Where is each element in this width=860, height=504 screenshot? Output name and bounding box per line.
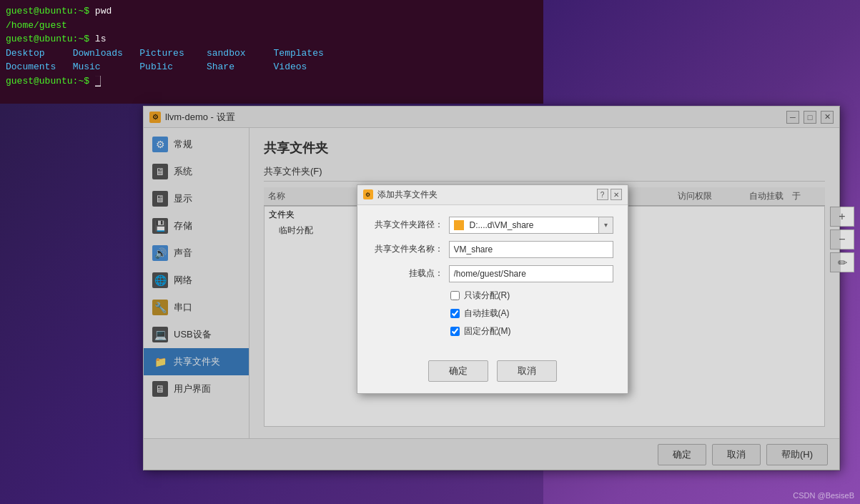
terminal: guest@ubuntu:~$ pwd /home/guest guest@ub… xyxy=(0,0,543,104)
dialog-body: 共享文件夹路径： D:....d\VM_share ▾ 共享文件夹名称： xyxy=(357,205,628,355)
mount-label: 挂载点： xyxy=(372,267,443,280)
fixed-row: 固定分配(M) xyxy=(372,325,613,337)
terminal-dir-videos: Videos xyxy=(274,61,307,72)
automount-checkbox[interactable] xyxy=(450,309,460,318)
dialog-overlay: ⚙ 添加共享文件夹 ? ✕ 共享文件夹路径： D:....d\VM_share … xyxy=(144,107,841,471)
dialog-title-icon: ⚙ xyxy=(363,189,373,199)
path-row: 共享文件夹路径： D:....d\VM_share ▾ xyxy=(372,217,613,234)
fixed-label: 固定分配(M) xyxy=(464,325,511,337)
terminal-dir-share: Share xyxy=(207,61,268,72)
terminal-dir-music: Music xyxy=(73,61,134,72)
path-dropdown-arrow[interactable]: ▾ xyxy=(598,217,613,233)
terminal-cmd2: ls xyxy=(95,34,107,44)
automount-label: 自动挂载(A) xyxy=(464,307,510,320)
dialog-cancel-button[interactable]: 取消 xyxy=(497,360,557,382)
terminal-dir-downloads: Downloads xyxy=(73,48,134,59)
readonly-checkbox[interactable] xyxy=(450,291,460,300)
terminal-cmd1: pwd xyxy=(95,6,112,16)
terminal-dir-documents: Documents xyxy=(6,61,67,72)
terminal-dir-sandbox: sandbox xyxy=(207,48,268,59)
readonly-label: 只读分配(R) xyxy=(464,290,510,302)
folder-icon xyxy=(454,220,464,230)
terminal-dir-desktop: Desktop xyxy=(6,48,67,59)
vm-settings-window: ⚙ llvm-demo - 设置 ─ □ ✕ ⚙ 常规 🖥 系统 🖥 显示 💾 xyxy=(143,106,840,470)
add-shared-folder-dialog: ⚙ 添加共享文件夹 ? ✕ 共享文件夹路径： D:....d\VM_share … xyxy=(357,184,628,394)
terminal-prompt1: guest@ubuntu:~$ xyxy=(6,6,95,16)
terminal-dir-pictures: Pictures xyxy=(139,48,201,59)
terminal-prompt2: guest@ubuntu:~$ xyxy=(6,34,95,44)
path-value: D:....d\VM_share xyxy=(470,220,534,230)
path-label: 共享文件夹路径： xyxy=(372,219,443,231)
path-combo-text: D:....d\VM_share xyxy=(450,220,598,230)
csdn-watermark: CSDN @BesiseB xyxy=(793,491,854,500)
dialog-close-btn[interactable]: ✕ xyxy=(611,189,622,200)
mount-row: 挂载点： xyxy=(372,265,613,282)
path-combo[interactable]: D:....d\VM_share ▾ xyxy=(449,217,613,234)
dialog-help-btn[interactable]: ? xyxy=(597,189,608,200)
terminal-dir-public: Public xyxy=(139,61,201,72)
dialog-footer: 确定 取消 xyxy=(357,355,628,393)
terminal-prompt3: guest@ubuntu:~$ xyxy=(6,76,95,87)
dialog-title: 添加共享文件夹 xyxy=(377,189,595,201)
terminal-dir-templates: Templates xyxy=(274,48,324,59)
readonly-row: 只读分配(R) xyxy=(372,290,613,302)
name-label: 共享文件夹名称： xyxy=(372,243,443,255)
terminal-path: /home/guest xyxy=(6,20,67,31)
mount-input[interactable] xyxy=(449,265,613,282)
name-row: 共享文件夹名称： xyxy=(372,241,613,258)
dialog-titlebar: ⚙ 添加共享文件夹 ? ✕ xyxy=(357,185,628,205)
dialog-ok-button[interactable]: 确定 xyxy=(428,360,488,382)
name-input[interactable] xyxy=(449,241,613,258)
fixed-checkbox[interactable] xyxy=(450,327,460,336)
automount-row: 自动挂载(A) xyxy=(372,307,613,320)
